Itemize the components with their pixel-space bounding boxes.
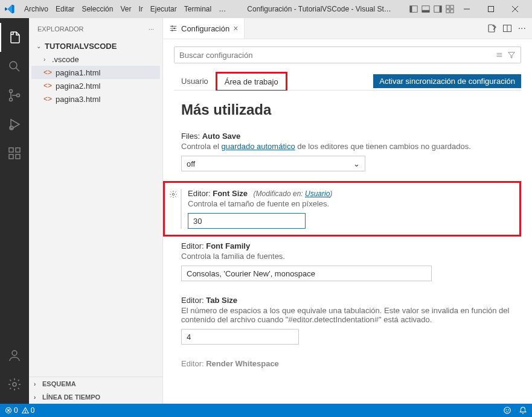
setting-modified-indicator: (Modificado en: Usuario) (254, 189, 333, 198)
select-value: off (187, 159, 195, 168)
tree-file-pagina3[interactable]: <> pagina3.html (31, 92, 160, 106)
activity-extensions-icon[interactable] (0, 139, 29, 168)
layout-controls (409, 4, 455, 14)
section-timeline[interactable]: › LÍNEA DE TIEMPO (29, 390, 162, 404)
svg-point-25 (13, 383, 16, 386)
menu-archivo[interactable]: Archivo (21, 5, 52, 13)
menu-ir[interactable]: Ir (135, 5, 146, 13)
settings-search-box[interactable] (174, 46, 521, 63)
tab-close-icon[interactable]: × (233, 24, 238, 33)
setting-font-family: Editor: Font Family Controla la familia … (174, 237, 521, 291)
svg-point-37 (172, 193, 175, 196)
svg-point-45 (508, 410, 508, 410)
sidebar-bottom-sections: › ESQUEMA › LÍNEA DE TIEMPO (29, 377, 162, 404)
activity-settings-icon[interactable] (0, 370, 29, 399)
settings-search-input[interactable] (179, 51, 495, 60)
menu-ejecutar[interactable]: Ejecutar (147, 5, 181, 13)
sidebar: EXPLORADOR ··· ⌄ TUTORIALVSCODE › .vscod… (29, 18, 163, 404)
menu-overflow[interactable]: … (215, 5, 229, 13)
svg-point-29 (171, 25, 173, 27)
setting-gear-icon[interactable] (166, 189, 181, 229)
activity-search-icon[interactable] (0, 52, 29, 81)
section-label: ESQUEMA (42, 380, 76, 387)
setting-label: Editor: Font Family (181, 241, 521, 250)
auto-save-select[interactable]: off ⌄ (181, 156, 365, 171)
menu-seleccion[interactable]: Selección (78, 5, 117, 13)
svg-rect-9 (450, 10, 453, 13)
layout-sidebar-right-icon[interactable] (433, 4, 443, 14)
vscode-logo-icon (5, 4, 14, 14)
editor-area: Configuración × ··· Usuario Área de trab… (163, 18, 532, 404)
chevron-right-icon: › (34, 381, 42, 387)
setting-label: Editor: Tab Size (181, 296, 521, 305)
tree-root-label: TUTORIALVSCODE (45, 42, 117, 51)
maximize-button[interactable] (479, 1, 503, 18)
sidebar-title: EXPLORADOR (37, 25, 83, 33)
menu-editar[interactable]: Editar (52, 5, 78, 13)
setting-label: Editor: Font Size (Modificado en: Usuari… (188, 189, 516, 198)
tree-file-pagina2[interactable]: <> pagina2.html (31, 79, 160, 92)
font-family-input[interactable] (181, 266, 432, 281)
error-count: 0 (14, 406, 18, 415)
html-file-icon: <> (43, 95, 53, 103)
split-editor-icon[interactable] (502, 24, 512, 33)
setting-label: Editor: Render Whitespace (181, 359, 521, 368)
scope-tab-workspace[interactable]: Área de trabajo (216, 72, 287, 91)
tree-file-pagina1[interactable]: <> pagina1.html (31, 66, 160, 79)
svg-point-42 (25, 412, 25, 413)
scope-tab-user[interactable]: Usuario (174, 73, 216, 89)
html-file-icon: <> (43, 81, 53, 90)
activity-bar (0, 18, 29, 404)
setting-description: Controla la familia de fuentes. (181, 252, 521, 261)
chevron-down-icon: ⌄ (36, 43, 45, 49)
window-title: Configuración - TutorialVSCode - Visual … (229, 5, 409, 13)
editor-more-icon[interactable]: ··· (518, 23, 526, 34)
layout-sidebar-left-icon[interactable] (409, 4, 418, 14)
tree-root-folder[interactable]: ⌄ TUTORIALVSCODE (31, 39, 160, 53)
close-button[interactable] (503, 1, 527, 18)
svg-rect-5 (440, 6, 442, 13)
main-area: EXPLORADOR ··· ⌄ TUTORIALVSCODE › .vscod… (0, 18, 532, 404)
filter-icon[interactable] (507, 51, 516, 59)
tree-folder-vscode[interactable]: › .vscode (31, 53, 160, 66)
activity-account-icon[interactable] (0, 341, 29, 370)
tab-size-input[interactable] (181, 329, 299, 345)
status-notifications-icon[interactable] (519, 406, 527, 415)
svg-rect-3 (422, 10, 429, 13)
setting-desc-link[interactable]: guardado automático (221, 142, 295, 151)
layout-panel-icon[interactable] (421, 4, 431, 14)
modified-scope-link[interactable]: Usuario (305, 189, 330, 198)
svg-rect-22 (16, 154, 20, 159)
chevron-right-icon: › (34, 394, 42, 401)
settings-section-title: Más utilizada (181, 101, 521, 118)
tab-configuracion[interactable]: Configuración × (163, 18, 245, 39)
section-label: LÍNEA DE TIEMPO (42, 393, 100, 401)
minimize-button[interactable] (455, 1, 479, 18)
open-settings-json-icon[interactable] (487, 24, 496, 33)
svg-rect-7 (450, 5, 453, 8)
activity-source-control-icon[interactable] (0, 81, 29, 110)
activity-explorer-icon[interactable] (0, 23, 29, 52)
activity-run-debug-icon[interactable] (0, 110, 29, 139)
font-size-input[interactable] (188, 213, 306, 229)
svg-rect-8 (446, 10, 449, 13)
status-feedback-icon[interactable] (503, 406, 511, 415)
layout-customize-icon[interactable] (445, 4, 455, 14)
clear-search-icon[interactable] (495, 51, 504, 59)
tree-item-label: pagina3.html (56, 95, 100, 104)
warning-count: 0 (31, 406, 35, 415)
setting-description: El número de espacios a los que equivale… (181, 306, 521, 324)
svg-rect-1 (410, 6, 412, 13)
sidebar-more-icon[interactable]: ··· (149, 25, 154, 33)
status-warnings[interactable]: 0 (22, 406, 35, 415)
menu-terminal[interactable]: Terminal (181, 5, 215, 13)
section-outline[interactable]: › ESQUEMA (29, 377, 162, 390)
svg-point-24 (12, 351, 17, 355)
sidebar-header: EXPLORADOR ··· (29, 18, 162, 39)
settings-content: Usuario Área de trabajo Activar sincroni… (163, 39, 532, 404)
setting-tab-size: Editor: Tab Size El número de espacios a… (174, 291, 521, 354)
menu-ver[interactable]: Ver (117, 5, 135, 13)
setting-description: Controla el guardado automático de los e… (181, 142, 521, 151)
status-errors[interactable]: 0 (5, 406, 18, 415)
sync-settings-button[interactable]: Activar sincronización de configuración (373, 74, 521, 88)
